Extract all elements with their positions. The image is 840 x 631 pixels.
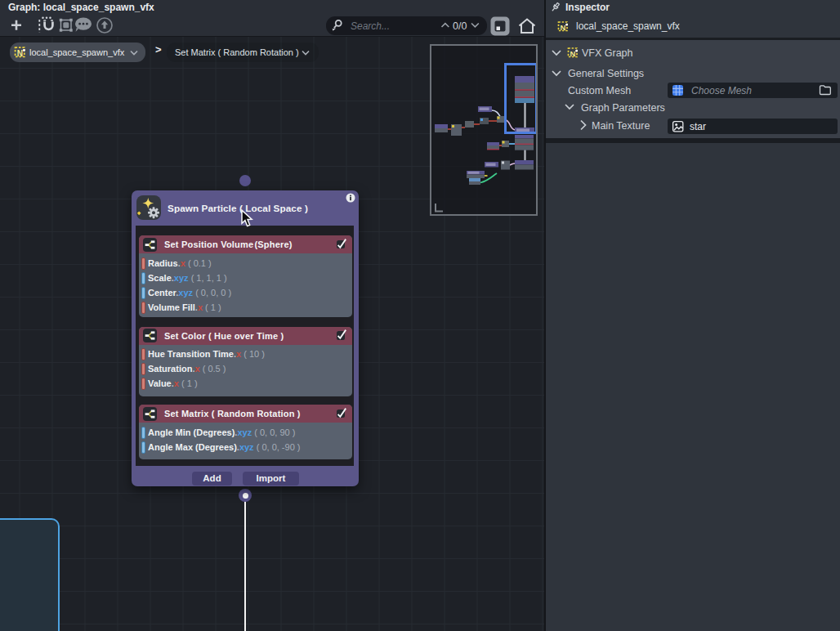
svg-text:N: N (570, 49, 576, 58)
svg-text:Search...: Search... (351, 20, 390, 32)
svg-text:0/0: 0/0 (453, 20, 467, 32)
svg-text:N: N (17, 49, 23, 58)
svg-text:N: N (561, 23, 566, 32)
